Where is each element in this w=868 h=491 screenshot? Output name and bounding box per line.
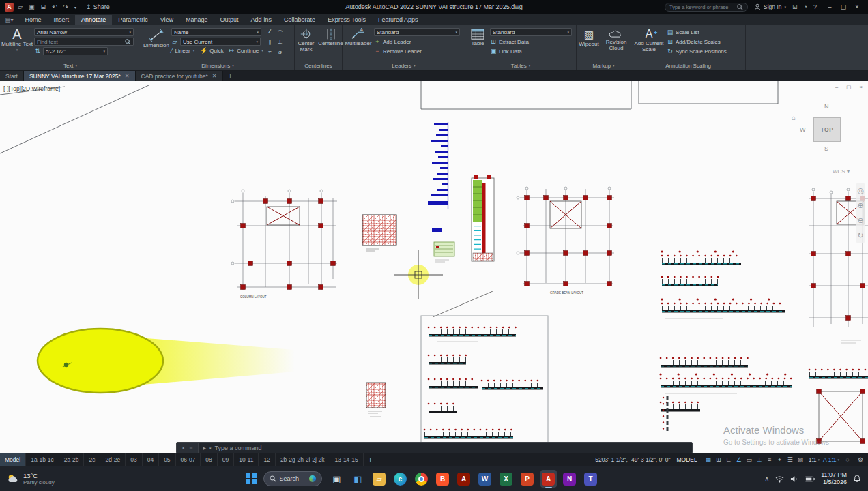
text-height-combo[interactable]: 5'-2 1/2"▾ (43, 47, 108, 55)
isolate-objects-icon[interactable]: ◌ (843, 456, 852, 463)
drawing-window-controls[interactable]: – ▢ × (835, 84, 866, 90)
text-panel-title[interactable]: Text▾ (0, 61, 141, 70)
06-07[interactable]: 06-07 (176, 453, 201, 466)
SUNNY VAI structure 17 Mar 2025*[interactable]: SUNNY VAI structure 17 Mar 2025*✕ (24, 71, 136, 81)
View[interactable]: View (154, 15, 179, 25)
continue-dim-button[interactable]: Continue (237, 48, 259, 54)
share-button[interactable]: ↥ Share (86, 3, 110, 10)
chrome-browser-icon[interactable] (414, 470, 430, 488)
notifications-icon[interactable]: ◔ (804, 3, 807, 10)
taskbar-clock[interactable]: 11:07 PM 1/5/2026 (821, 471, 847, 487)
help-search-input[interactable]: Type a keyword or phrase (665, 3, 748, 12)
tab-close-icon[interactable]: ✕ (125, 73, 130, 79)
03[interactable]: 03 (126, 453, 142, 466)
windows-start-button[interactable] (246, 473, 257, 484)
Add-ins[interactable]: Add-ins (245, 15, 278, 25)
battery-icon[interactable] (805, 476, 815, 482)
revision-cloud-button[interactable]: Revision Cloud (603, 26, 630, 61)
orbit-icon[interactable]: ↻ (858, 231, 864, 240)
excel-icon[interactable]: X (498, 470, 515, 488)
recent-commands-icon[interactable]: ▾ (209, 446, 212, 450)
brave-browser-icon[interactable]: B (435, 470, 451, 488)
command-close-icon[interactable]: × (182, 445, 185, 451)
tables-panel-title[interactable]: Tables▾ (465, 61, 576, 70)
save-icon[interactable]: ▣ (29, 3, 35, 10)
sync-scale-positions-button[interactable]: ↻ Sync Scale Positions (667, 47, 740, 55)
viewcube-south-label[interactable]: S (824, 145, 828, 152)
workspace-switcher-icon[interactable]: ▤▾ (0, 17, 19, 25)
zoom-out-icon[interactable]: ⊖ (858, 216, 864, 225)
add-leader-button[interactable]: + Add Leader (374, 38, 460, 46)
object-snap-icon[interactable]: ⊥ (755, 456, 764, 463)
plot-icon[interactable]: ⊟ (40, 3, 46, 10)
viewport-controls-label[interactable]: [-][Top][2D Wireframe] (3, 85, 60, 92)
grid-icon[interactable]: ▦ (704, 456, 713, 463)
Express Tools[interactable]: Express Tools (321, 15, 372, 25)
Insert[interactable]: Insert (48, 15, 76, 25)
Parametric[interactable]: Parametric (112, 15, 154, 25)
2c[interactable]: 2c (84, 453, 100, 466)
2a-2b[interactable]: 2a-2b (59, 453, 85, 466)
linear-button[interactable]: Linear (175, 48, 190, 54)
find-text-input[interactable]: Find text (34, 38, 134, 46)
taskbar-search-input[interactable]: Search (263, 471, 322, 486)
Featured Apps[interactable]: Featured Apps (372, 15, 424, 25)
quick-dim-button[interactable]: Quick (209, 48, 223, 54)
Annotate[interactable]: Annotate (75, 15, 112, 25)
10-11[interactable]: 10-11 (234, 453, 259, 466)
viewcube-top-face[interactable]: TOP (813, 117, 841, 142)
undo-icon[interactable]: ↶ (52, 3, 57, 10)
arc-dim-icon[interactable]: ◠ (276, 29, 285, 38)
multileader-button[interactable]: A Multileader (343, 26, 374, 61)
viewport-scale-button[interactable]: 1:1▾ (809, 456, 820, 463)
break-dim-icon[interactable]: ≈ (265, 49, 274, 58)
add-current-scale-button[interactable]: A+ Add Current Scale (631, 26, 667, 61)
new-tab-button[interactable]: + (223, 71, 238, 81)
table-style-combo[interactable]: Standard▾ (490, 28, 572, 36)
sign-in-button[interactable]: Sign In ▾ (754, 3, 786, 10)
transparency-icon[interactable]: ▨ (796, 456, 805, 463)
Manage[interactable]: Manage (179, 15, 214, 25)
object-track-icon[interactable]: ≡ (765, 456, 775, 463)
open-icon[interactable]: ▱ (18, 3, 23, 10)
command-input[interactable]: Type a command (215, 445, 262, 451)
drawing-canvas[interactable]: COLUMN LAYOUT (0, 81, 868, 453)
viewcube-wcs-dropdown[interactable]: WCS ▾ (833, 168, 850, 175)
Model[interactable]: Model (0, 453, 26, 466)
snap-icon[interactable]: ⊞ (714, 456, 723, 463)
08[interactable]: 08 (201, 453, 217, 466)
mleader-style-combo[interactable]: Standard▾ (374, 28, 460, 36)
viewcube-north-label[interactable]: N (824, 103, 829, 110)
qat-customize-icon[interactable]: ▾ (74, 5, 76, 10)
05[interactable]: 05 (159, 453, 175, 466)
ortho-icon[interactable]: ∟ (724, 456, 734, 463)
09[interactable]: 09 (218, 453, 234, 466)
add-delete-scales-button[interactable]: ⊞ Add/Delete Scales (667, 38, 740, 46)
powerpoint-icon[interactable]: P (519, 470, 536, 488)
restore-icon[interactable]: ▢ (837, 3, 850, 10)
file-explorer-icon[interactable]: ▱ (371, 470, 388, 488)
app-store-icon[interactable]: ⊡ (792, 3, 798, 10)
command-grip-icon[interactable]: ≡ (189, 445, 192, 451)
+[interactable]: + (364, 453, 378, 466)
extract-data-button[interactable]: ⊞ Extract Data (490, 38, 572, 46)
volume-icon[interactable] (790, 475, 798, 483)
Home[interactable]: Home (19, 15, 48, 25)
viewcube-west-label[interactable]: W (800, 126, 806, 133)
baseline-dim-icon[interactable]: ∥ (265, 39, 274, 48)
teams-icon[interactable]: T (583, 470, 599, 488)
help-icon[interactable]: ? (813, 3, 817, 10)
isodraft-icon[interactable]: ▭ (744, 456, 754, 463)
Start[interactable]: Start (0, 71, 24, 81)
Output[interactable]: Output (214, 15, 245, 25)
task-view-icon[interactable]: ▣ (329, 470, 345, 488)
04[interactable]: 04 (143, 453, 159, 466)
tab-close-icon[interactable]: ✕ (212, 73, 217, 79)
zoom-in-icon[interactable]: ⊕ (858, 201, 864, 210)
customization-gear-icon[interactable]: ⚙ (856, 456, 865, 463)
widgets-icon[interactable]: ◧ (350, 470, 366, 488)
dimensions-panel-title[interactable]: Dimensions▾ (141, 61, 294, 70)
word-icon[interactable]: W (477, 470, 493, 488)
multiline-text-button[interactable]: A Multiline Text ▾ (0, 26, 34, 61)
tray-overflow-icon[interactable]: ∧ (765, 475, 770, 482)
